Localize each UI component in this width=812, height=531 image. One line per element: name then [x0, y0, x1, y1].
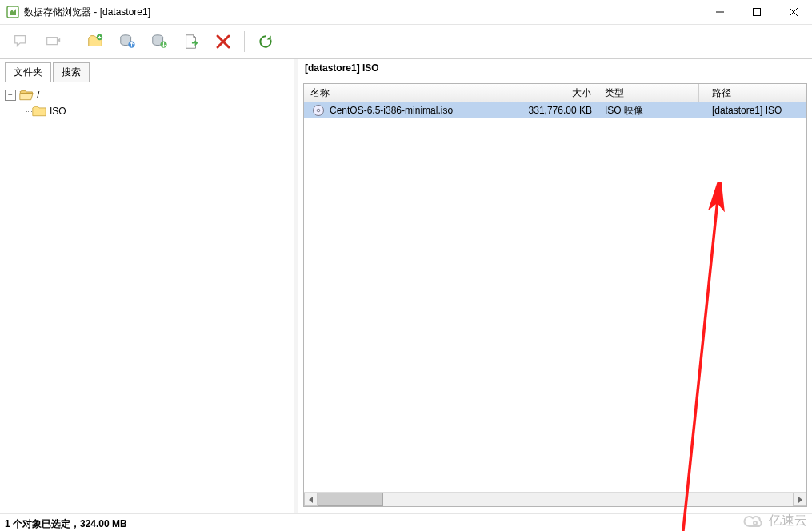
app-icon	[6, 6, 19, 18]
main-area: 文件夹 搜索 − / ISO [datastore1] ISO	[0, 59, 812, 513]
status-text: 1 个对象已选定，324.00 MB	[5, 517, 127, 531]
horizontal-scrollbar[interactable]	[304, 492, 806, 506]
scroll-right-arrow-icon[interactable]	[793, 493, 806, 506]
tree-item-label: ISO	[50, 106, 66, 117]
close-button[interactable]	[775, 0, 812, 24]
toolbar-separator	[244, 31, 245, 52]
toolbar	[0, 25, 812, 59]
folder-tree[interactable]: − / ISO	[0, 82, 294, 513]
scroll-left-arrow-icon[interactable]	[304, 493, 318, 506]
file-path: [datastore1] ISO	[699, 102, 806, 118]
db-upload-button[interactable]	[113, 27, 142, 56]
file-list: 名称 大小 类型 路径 CentOS-6.5-i386-minimal.iso …	[303, 83, 807, 507]
toolbar-separator	[74, 31, 74, 52]
status-bar: 1 个对象已选定，324.00 MB	[0, 513, 812, 531]
left-pane: 文件夹 搜索 − / ISO	[0, 59, 298, 513]
col-header-size[interactable]: 大小	[502, 84, 598, 102]
doc-export-button[interactable]	[177, 27, 206, 56]
tree-collapse-icon[interactable]: −	[5, 90, 16, 101]
new-folder-button[interactable]	[81, 27, 110, 56]
tree-root-label: /	[37, 90, 39, 101]
list-header: 名称 大小 类型 路径	[304, 84, 806, 102]
path-header: [datastore1] ISO	[298, 59, 812, 83]
delete-button[interactable]	[209, 27, 238, 56]
tree-root-row[interactable]: − /	[5, 87, 290, 103]
iso-file-icon	[312, 104, 325, 117]
left-tabs: 文件夹 搜索	[0, 59, 294, 82]
tab-search[interactable]: 搜索	[53, 62, 90, 82]
db-download-button[interactable]	[145, 27, 174, 56]
refresh-button[interactable]	[251, 27, 280, 56]
list-item[interactable]: CentOS-6.5-i386-minimal.iso 331,776.00 K…	[304, 102, 806, 118]
svg-rect-1	[754, 9, 761, 16]
tree-connector-icon	[21, 103, 32, 119]
folder-open-icon	[19, 90, 34, 101]
nav-up-button[interactable]	[38, 27, 67, 56]
maximize-button[interactable]	[738, 0, 775, 24]
file-type: ISO 映像	[598, 102, 699, 120]
list-body[interactable]: CentOS-6.5-i386-minimal.iso 331,776.00 K…	[304, 102, 806, 492]
right-pane: [datastore1] ISO 名称 大小 类型 路径 CentOS-6.5-…	[298, 59, 812, 513]
scroll-thumb[interactable]	[318, 493, 383, 506]
folder-icon	[32, 106, 46, 117]
col-header-name[interactable]: 名称	[304, 84, 502, 102]
tab-folders[interactable]: 文件夹	[5, 62, 51, 82]
nav-back-button[interactable]	[6, 27, 35, 56]
tree-item-iso[interactable]: ISO	[5, 103, 290, 119]
col-header-path[interactable]: 路径	[699, 84, 806, 102]
svg-point-8	[317, 109, 320, 112]
col-header-type[interactable]: 类型	[598, 84, 699, 102]
titlebar: 数据存储浏览器 - [datastore1]	[0, 0, 812, 25]
file-name: CentOS-6.5-i386-minimal.iso	[330, 105, 453, 116]
file-size: 331,776.00 KB	[502, 102, 598, 118]
window-title: 数据存储浏览器 - [datastore1]	[24, 6, 150, 19]
minimize-button[interactable]	[702, 0, 738, 24]
